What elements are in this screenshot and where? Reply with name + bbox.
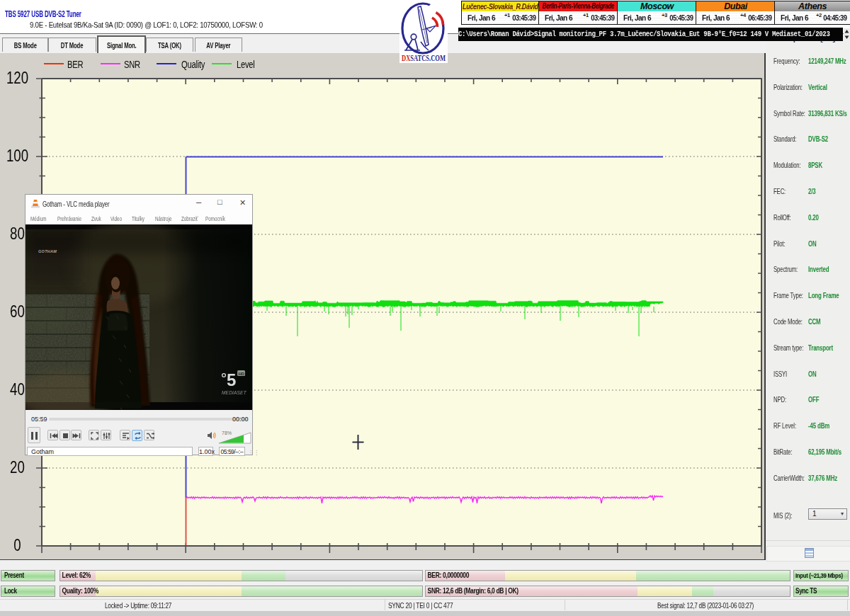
- svg-text:HD: HD: [239, 372, 245, 376]
- svg-text:MEDIASET: MEDIASET: [222, 390, 247, 395]
- svg-text:GOTHAM: GOTHAM: [38, 249, 57, 253]
- svg-text:DXSATCS.COM: DXSATCS.COM: [402, 52, 446, 63]
- svg-text:5: 5: [227, 370, 236, 389]
